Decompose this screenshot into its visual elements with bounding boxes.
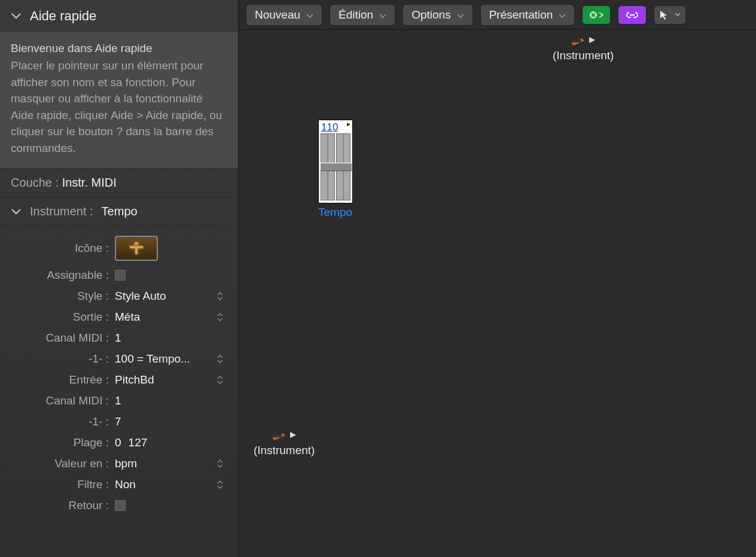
svg-point-6 (593, 13, 594, 14)
stepper-icon[interactable] (217, 479, 226, 491)
instrument-value: Tempo (102, 205, 138, 218)
chevron-down-icon (457, 8, 464, 22)
prop-value-midi2[interactable]: 1 (115, 394, 227, 407)
stepper-icon[interactable] (217, 311, 226, 323)
prop-label-range: Plage : (11, 436, 115, 449)
prop-filter[interactable]: Filtre : Non (0, 474, 238, 495)
prop-value-filter[interactable]: Non (115, 478, 227, 491)
prop-value-midi1[interactable]: 1 (115, 331, 227, 345)
stepper-icon[interactable] (217, 458, 226, 470)
environment-canvas-area: Nouveau Édition Options Présentation (239, 0, 756, 557)
prop-value-in[interactable]: Valeur en : bpm (0, 453, 238, 474)
prop-range[interactable]: Plage : 0 127 (0, 432, 238, 453)
stepper-icon[interactable] (217, 290, 226, 302)
icon-picker[interactable] (115, 236, 158, 261)
prop-value-output[interactable]: Méta (115, 311, 227, 324)
chevron-down-icon (11, 206, 22, 217)
prop-label-minus1b: -1- : (11, 415, 115, 428)
chevron-down-icon (11, 11, 22, 22)
prop-midi-ch-1[interactable]: Canal MIDI : 1 (0, 327, 238, 348)
properties-list: Icône : Assignable : Style : Style Auto (0, 226, 238, 516)
svg-point-5 (595, 14, 596, 16)
cursor-icon (659, 10, 667, 20)
prop-label-return: Retour : (11, 499, 115, 512)
quick-help-body: Bienvenue dans Aide rapide Placer le poi… (0, 32, 238, 169)
chevron-down-icon (675, 13, 681, 17)
layer-label: Couche : (11, 176, 59, 189)
quick-help-text: Placer le pointeur sur un élément pour a… (11, 57, 227, 156)
prop-icon[interactable]: Icône : (0, 232, 238, 264)
midi-activity-button[interactable] (582, 5, 611, 25)
prop-midi-ch-2[interactable]: Canal MIDI : 1 (0, 390, 238, 411)
menu-new[interactable]: Nouveau (246, 4, 322, 26)
return-checkbox[interactable] (115, 500, 126, 511)
chevron-down-icon (379, 8, 386, 22)
range-max[interactable]: 127 (129, 436, 148, 449)
assignable-checkbox[interactable] (115, 270, 126, 281)
menu-edit[interactable]: Édition (330, 4, 395, 26)
prop-return[interactable]: Retour : (0, 495, 238, 516)
prop-input[interactable]: Entrée : PitchBd (0, 369, 238, 390)
prop-value-valuein[interactable]: bpm (115, 457, 227, 470)
inspector-sidebar: Aide rapide Bienvenue dans Aide rapide P… (0, 0, 239, 557)
stepper-icon[interactable] (217, 353, 226, 365)
prop-minus1-1[interactable]: -1- : 100 = Tempo... (0, 348, 238, 369)
svg-rect-9 (273, 434, 282, 437)
triangle-right-icon (289, 431, 297, 439)
prop-label-output: Sortie : (11, 311, 115, 324)
fader-handle-left[interactable] (321, 163, 336, 171)
environment-canvas[interactable]: (Instrument) 110 Tempo (239, 30, 756, 557)
quick-help-header[interactable]: Aide rapide (0, 0, 238, 32)
instrument-b-label: (Instrument) (254, 444, 315, 457)
stepper-icon[interactable] (217, 374, 226, 386)
svg-rect-1 (130, 246, 143, 248)
instrument-object-a[interactable]: (Instrument) (553, 35, 614, 62)
triangle-right-icon (588, 36, 596, 44)
prop-label-icon: Icône : (11, 242, 115, 255)
svg-point-7 (593, 16, 594, 17)
menu-options[interactable]: Options (403, 4, 472, 26)
layer-value: Instr. MIDI (62, 176, 117, 189)
prop-label-valuein: Valeur en : (11, 457, 115, 470)
prop-minus1-2[interactable]: -1- : 7 (0, 411, 238, 432)
instrument-a-label: (Instrument) (553, 49, 614, 62)
svg-rect-8 (572, 39, 581, 42)
tempo-value[interactable]: 110 (321, 121, 338, 133)
fader-handle-right[interactable] (336, 163, 352, 171)
layer-row[interactable]: Couche : Instr. MIDI (0, 169, 238, 197)
prop-label-input: Entrée : (11, 373, 115, 386)
tempo-label: Tempo (318, 206, 353, 219)
menu-presentation[interactable]: Présentation (480, 4, 575, 26)
quick-help-title: Aide rapide (30, 8, 96, 24)
prop-value-minus1b[interactable]: 7 (115, 415, 227, 428)
prop-label-midi1: Canal MIDI : (11, 331, 115, 345)
prop-assignable[interactable]: Assignable : (0, 264, 238, 285)
prop-value-style[interactable]: Style Auto (115, 290, 227, 303)
triangle-right-icon (346, 122, 351, 127)
svg-point-4 (591, 14, 592, 16)
prop-label-assignable: Assignable : (11, 269, 115, 282)
prop-value-input[interactable]: PitchBd (115, 373, 227, 386)
prop-style[interactable]: Style : Style Auto (0, 285, 238, 306)
svg-rect-0 (135, 242, 138, 245)
chevron-down-icon (559, 8, 566, 22)
prop-output[interactable]: Sortie : Méta (0, 306, 238, 327)
synth-icon (570, 35, 586, 45)
instrument-object-b[interactable]: (Instrument) (254, 430, 315, 457)
chevron-down-icon (306, 8, 313, 22)
tool-pointer[interactable] (654, 5, 686, 25)
toolbar: Nouveau Édition Options Présentation (239, 0, 756, 30)
prop-label-minus1a: -1- : (11, 352, 115, 366)
quick-help-welcome: Bienvenue dans Aide rapide (11, 42, 227, 55)
svg-rect-2 (135, 248, 138, 254)
tempo-fader-object[interactable]: 110 Tempo (318, 120, 353, 219)
synth-icon (271, 430, 286, 440)
prop-label-midi2: Canal MIDI : (11, 394, 115, 407)
instrument-header[interactable]: Instrument : Tempo (0, 197, 238, 226)
prop-value-minus1a[interactable]: 100 = Tempo... (115, 352, 227, 366)
range-min[interactable]: 0 (115, 436, 121, 449)
instrument-label: Instrument : (30, 205, 93, 218)
link-button[interactable] (618, 5, 647, 25)
prop-label-filter: Filtre : (11, 478, 115, 491)
prop-label-style: Style : (11, 290, 115, 303)
